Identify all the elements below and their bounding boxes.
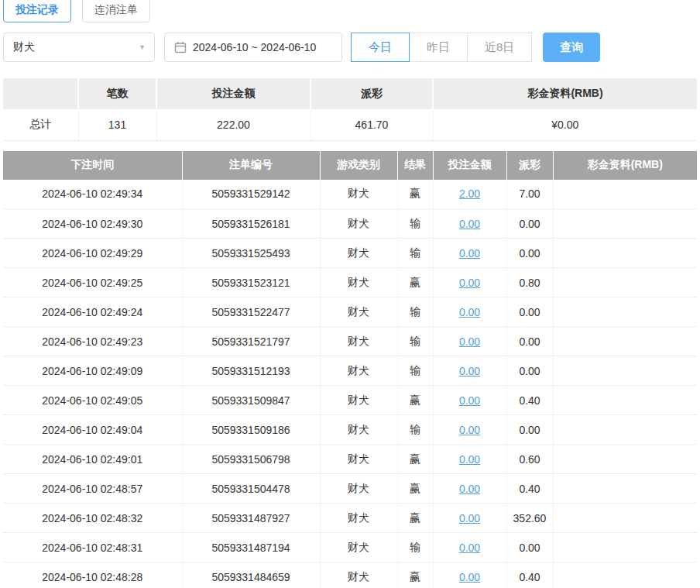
bet-amount-link[interactable]: 0.00 bbox=[459, 247, 480, 260]
payout-cell: 0.60 bbox=[506, 445, 553, 474]
bet-amount-link[interactable]: 2.00 bbox=[459, 187, 480, 200]
summary-total-bonus: ¥0.00 bbox=[433, 109, 697, 140]
bet-amount-cell: 0.00 bbox=[433, 504, 506, 533]
order-id-cell: 5059331509847 bbox=[182, 386, 320, 415]
bet-amount-cell: 0.00 bbox=[433, 474, 506, 504]
quick-last8days-button[interactable]: 近8日 bbox=[467, 33, 532, 62]
order-id-cell: 5059331526181 bbox=[182, 209, 320, 239]
table-row: 2024-06-10 02:48:575059331504478财犬赢0.000… bbox=[3, 474, 697, 504]
result-cell: 赢 bbox=[397, 386, 433, 415]
quick-today-button[interactable]: 今日 bbox=[351, 33, 410, 62]
payout-cell: 0.00 bbox=[506, 415, 553, 445]
bonus-cell bbox=[553, 504, 697, 533]
bet-amount-link[interactable]: 0.00 bbox=[459, 335, 480, 348]
order-id-cell: 5059331506798 bbox=[182, 445, 320, 474]
bet-amount-link[interactable]: 0.00 bbox=[459, 453, 480, 466]
summary-total-payout: 461.70 bbox=[311, 109, 433, 140]
summary-total-row: 总计 131 222.00 461.70 ¥0.00 bbox=[3, 109, 697, 140]
payout-cell: 0.00 bbox=[506, 327, 553, 356]
game-type-cell: 财犬 bbox=[320, 474, 397, 504]
bet-amount-link[interactable]: 0.00 bbox=[459, 218, 480, 230]
summary-total-count: 131 bbox=[78, 109, 156, 140]
quick-yesterday-button[interactable]: 昨日 bbox=[409, 33, 468, 62]
summary-header-bonus: 彩金资料(RMB) bbox=[433, 78, 697, 109]
bonus-cell bbox=[553, 180, 697, 209]
date-range-input[interactable]: 2024-06-10 ~ 2024-06-10 bbox=[164, 33, 342, 62]
bonus-cell bbox=[553, 239, 697, 268]
table-row: 2024-06-10 02:49:255059331523121财犬赢0.000… bbox=[3, 268, 697, 297]
payout-cell: 0.00 bbox=[506, 356, 553, 386]
bet-amount-link[interactable]: 0.00 bbox=[459, 542, 480, 554]
table-row: 2024-06-10 02:49:015059331506798财犬赢0.000… bbox=[3, 445, 697, 474]
result-cell: 输 bbox=[397, 209, 433, 239]
game-type-cell: 财犬 bbox=[320, 297, 397, 327]
payout-cell: 0.00 bbox=[506, 533, 553, 562]
bet-time-cell: 2024-06-10 02:49:24 bbox=[3, 297, 182, 327]
bet-records-page: 投注记录 连消注单 财犬 ▼ 2024-06-10 ~ 2024-06-10 今… bbox=[0, 0, 700, 588]
game-type-cell: 财犬 bbox=[320, 356, 397, 386]
order-id-cell: 5059331521797 bbox=[182, 327, 320, 356]
bet-time-cell: 2024-06-10 02:48:57 bbox=[3, 474, 182, 504]
table-row: 2024-06-10 02:49:095059331512193财犬输0.000… bbox=[3, 356, 697, 386]
bet-amount-cell: 2.00 bbox=[433, 180, 506, 209]
bonus-cell bbox=[553, 445, 697, 474]
bonus-cell bbox=[553, 356, 697, 386]
result-cell: 输 bbox=[397, 356, 433, 386]
bet-amount-link[interactable]: 0.00 bbox=[459, 512, 480, 524]
bet-amount-link[interactable]: 0.00 bbox=[459, 277, 480, 289]
header-game-type: 游戏类别 bbox=[320, 151, 397, 180]
payout-cell: 0.40 bbox=[506, 474, 553, 504]
bet-amount-cell: 0.00 bbox=[433, 209, 506, 239]
bet-time-cell: 2024-06-10 02:48:31 bbox=[3, 533, 182, 562]
payout-cell: 7.00 bbox=[506, 180, 553, 209]
game-select[interactable]: 财犬 ▼ bbox=[3, 33, 155, 62]
summary-total-label: 总计 bbox=[3, 109, 78, 140]
tab-bet-records[interactable]: 投注记录 bbox=[3, 0, 71, 22]
bet-time-cell: 2024-06-10 02:49:30 bbox=[3, 209, 182, 239]
top-tabs: 投注记录 连消注单 bbox=[3, 0, 700, 22]
order-id-cell: 5059331504478 bbox=[182, 474, 320, 504]
payout-cell: 0.40 bbox=[506, 386, 553, 415]
result-cell: 输 bbox=[397, 239, 433, 268]
search-button[interactable]: 查询 bbox=[543, 33, 600, 62]
bet-amount-link[interactable]: 0.00 bbox=[459, 424, 480, 436]
table-row: 2024-06-10 02:49:345059331529142财犬赢2.007… bbox=[3, 180, 697, 209]
bet-amount-link[interactable]: 0.00 bbox=[459, 483, 480, 495]
bet-table: 下注时间 注单编号 游戏类别 结果 投注金额 派彩 彩金资料(RMB) 2024… bbox=[3, 151, 697, 588]
header-bet-time: 下注时间 bbox=[3, 151, 182, 180]
bet-amount-cell: 0.00 bbox=[433, 386, 506, 415]
game-type-cell: 财犬 bbox=[320, 209, 397, 239]
bonus-cell bbox=[553, 562, 697, 588]
tab-cancelled-orders[interactable]: 连消注单 bbox=[82, 0, 150, 22]
bet-time-cell: 2024-06-10 02:49:09 bbox=[3, 356, 182, 386]
game-type-cell: 财犬 bbox=[320, 386, 397, 415]
summary-header-payout: 派彩 bbox=[311, 78, 433, 109]
result-cell: 赢 bbox=[397, 268, 433, 297]
summary-header-bet-amount: 投注金额 bbox=[156, 78, 311, 109]
game-type-cell: 财犬 bbox=[320, 268, 397, 297]
bet-amount-link[interactable]: 0.00 bbox=[459, 394, 480, 407]
bonus-cell bbox=[553, 415, 697, 445]
bet-amount-link[interactable]: 0.00 bbox=[459, 306, 480, 318]
bet-time-cell: 2024-06-10 02:49:34 bbox=[3, 180, 182, 209]
result-cell: 输 bbox=[397, 415, 433, 445]
summary-header-count: 笔数 bbox=[78, 78, 156, 109]
bet-amount-cell: 0.00 bbox=[433, 562, 506, 588]
result-cell: 赢 bbox=[397, 562, 433, 588]
order-id-cell: 5059331512193 bbox=[182, 356, 320, 386]
order-id-cell: 5059331509186 bbox=[182, 415, 320, 445]
bet-time-cell: 2024-06-10 02:49:05 bbox=[3, 386, 182, 415]
result-cell: 输 bbox=[397, 327, 433, 356]
bonus-cell bbox=[553, 268, 697, 297]
bet-amount-link[interactable]: 0.00 bbox=[459, 365, 480, 377]
bet-amount-cell: 0.00 bbox=[433, 297, 506, 327]
bet-time-cell: 2024-06-10 02:48:32 bbox=[3, 504, 182, 533]
bet-time-cell: 2024-06-10 02:48:28 bbox=[3, 562, 182, 588]
payout-cell: 352.60 bbox=[506, 504, 553, 533]
order-id-cell: 5059331484659 bbox=[182, 562, 320, 588]
bet-amount-link[interactable]: 0.00 bbox=[459, 571, 480, 583]
bonus-cell bbox=[553, 327, 697, 356]
payout-cell: 0.80 bbox=[506, 268, 553, 297]
bet-time-cell: 2024-06-10 02:49:04 bbox=[3, 415, 182, 445]
bonus-cell bbox=[553, 533, 697, 562]
